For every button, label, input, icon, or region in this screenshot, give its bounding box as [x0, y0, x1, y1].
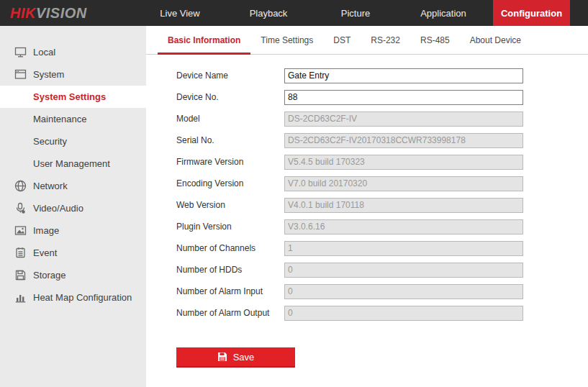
number-of-hdds-field	[284, 263, 523, 278]
model-field	[284, 111, 523, 127]
number-of-alarm-input-field	[284, 284, 523, 299]
nav-live-view[interactable]: Live View	[144, 0, 216, 26]
encoding-version-field	[284, 176, 523, 191]
sidebar-item-video-audio[interactable]: Video/Audio	[0, 197, 146, 219]
sidebar-item-network[interactable]: Network	[0, 175, 146, 197]
plugin-version-field	[284, 219, 523, 235]
form-row: Plugin Version	[146, 216, 588, 237]
form-row: Number of Alarm Input	[146, 281, 588, 302]
save-button-label: Save	[233, 352, 255, 363]
disk-icon	[14, 269, 27, 281]
number-of-alarm-output-field	[284, 306, 523, 321]
sidebar-item-user-management[interactable]: User Management	[0, 152, 146, 175]
tab-basic-information[interactable]: Basic Information	[158, 35, 250, 54]
sidebar-item-heat-map-configuration[interactable]: Heat Map Configuration	[0, 286, 146, 309]
sidebar-item-label: Local	[33, 47, 55, 58]
top-bar: HIKVISION Live View Playback Picture App…	[0, 0, 588, 26]
save-button[interactable]: Save	[176, 347, 295, 368]
sidebar-item-label: Network	[33, 181, 68, 191]
number-of-channels-field	[284, 241, 523, 256]
sidebar-item-label: Heat Map Configuration	[33, 292, 132, 303]
calendar-icon	[14, 247, 27, 259]
device-no-label: Device No.	[176, 92, 284, 102]
form-row: Number of Alarm Output	[146, 302, 588, 324]
sidebar-item-label: System	[33, 69, 64, 80]
number-of-alarm-output-label: Number of Alarm Output	[176, 308, 284, 318]
tab-rs-485[interactable]: RS-485	[410, 35, 460, 54]
sidebar-item-label: Security	[33, 136, 67, 147]
nav-playback[interactable]: Playback	[232, 0, 304, 26]
tab-bar: Basic Information Time Settings DST RS-2…	[146, 26, 588, 55]
tab-about-device[interactable]: About Device	[460, 35, 531, 54]
tab-dst[interactable]: DST	[323, 35, 361, 54]
sidebar-item-label: Maintenance	[33, 114, 86, 124]
sidebar-item-event[interactable]: Event	[0, 242, 146, 264]
sidebar-item-security[interactable]: Security	[0, 130, 146, 152]
form-row: Web Version	[146, 194, 588, 216]
sidebar-item-local[interactable]: Local	[0, 41, 146, 63]
nav-configuration[interactable]: Configuration	[493, 0, 570, 26]
content-panel: Basic Information Time Settings DST RS-2…	[146, 26, 588, 387]
web-version-label: Web Version	[176, 200, 284, 210]
form-row: Device No.	[146, 86, 588, 108]
logo-hik: HIK	[10, 5, 36, 22]
sidebar-item-label: Event	[33, 247, 57, 258]
sidebar-item-image[interactable]: Image	[0, 219, 146, 242]
tab-time-settings[interactable]: Time Settings	[250, 35, 323, 54]
device-no-input[interactable]	[284, 90, 523, 105]
sidebar: Local System System Settings Maintenance…	[0, 26, 146, 387]
sidebar-item-system-settings[interactable]: System Settings	[0, 86, 146, 108]
sidebar-item-maintenance[interactable]: Maintenance	[0, 108, 146, 130]
form-row: Encoding Version	[146, 173, 588, 194]
form-row: Device Name	[146, 65, 588, 86]
encoding-version-label: Encoding Version	[176, 178, 284, 188]
web-version-field	[284, 198, 523, 213]
globe-icon	[14, 180, 27, 192]
basic-information-form: Device Name Device No. Model Serial No. …	[146, 65, 588, 368]
floppy-disk-icon	[217, 352, 227, 362]
sidebar-item-system[interactable]: System	[0, 63, 146, 86]
picture-icon	[14, 224, 27, 237]
form-row: Serial No.	[146, 129, 588, 151]
model-label: Model	[176, 114, 284, 124]
sidebar-item-label: Video/Audio	[33, 203, 83, 214]
firmware-version-field	[284, 155, 523, 170]
form-row: Firmware Version	[146, 151, 588, 173]
logo-vision: VISION	[36, 5, 87, 22]
sidebar-item-label: Image	[33, 225, 59, 236]
serial-no-field	[284, 133, 523, 148]
nav-picture[interactable]: Picture	[320, 0, 392, 26]
bar-chart-icon	[14, 291, 27, 304]
microphone-icon	[14, 202, 27, 214]
form-row: Number of HDDs	[146, 259, 588, 281]
number-of-hdds-label: Number of HDDs	[176, 265, 284, 275]
monitor-icon	[14, 46, 27, 58]
window-icon	[14, 68, 27, 81]
nav-application[interactable]: Application	[406, 0, 481, 26]
device-name-label: Device Name	[176, 70, 284, 81]
form-row: Number of Channels	[146, 237, 588, 259]
sidebar-item-label: System Settings	[33, 91, 106, 102]
number-of-alarm-input-label: Number of Alarm Input	[176, 286, 284, 296]
sidebar-item-label: User Management	[33, 158, 110, 169]
serial-no-label: Serial No.	[176, 135, 284, 145]
firmware-version-label: Firmware Version	[176, 157, 284, 167]
plugin-version-label: Plugin Version	[176, 222, 284, 232]
number-of-channels-label: Number of Channels	[176, 243, 284, 253]
sidebar-item-storage[interactable]: Storage	[0, 264, 146, 286]
hikvision-logo: HIKVISION	[10, 0, 87, 26]
sidebar-item-label: Storage	[33, 270, 66, 281]
tab-rs-232[interactable]: RS-232	[361, 35, 410, 54]
device-name-input[interactable]	[284, 68, 523, 83]
form-row: Model	[146, 108, 588, 129]
